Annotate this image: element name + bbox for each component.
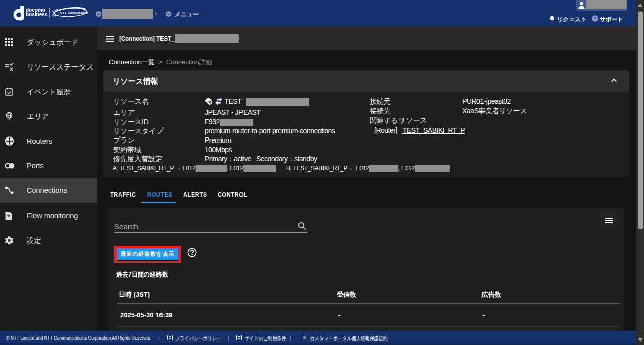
svg-text:?: ? (594, 16, 597, 21)
svg-text:Communications: Communications (68, 11, 88, 14)
svg-text:NTT: NTT (60, 11, 68, 15)
